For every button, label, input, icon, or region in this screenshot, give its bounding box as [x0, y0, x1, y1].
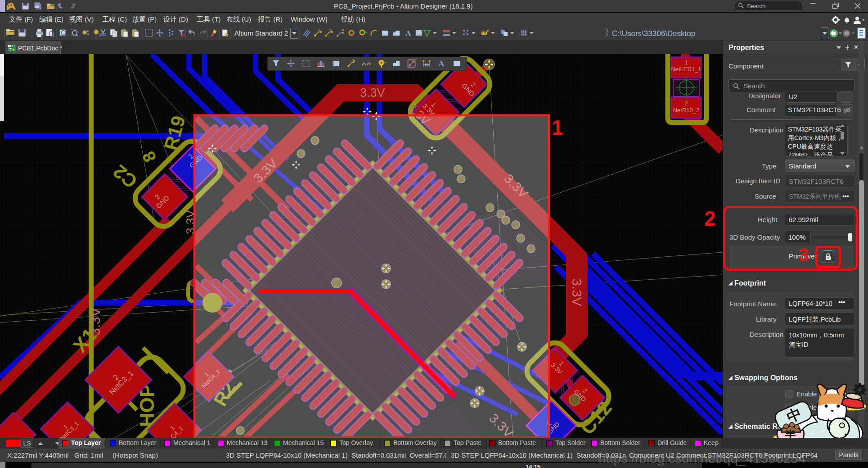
svg-text:A: A: [439, 59, 445, 68]
svg-text:2: 2: [684, 100, 688, 107]
svg-text:NetLED1_1: NetLED1_1: [671, 66, 701, 73]
svg-text:,: ,: [844, 427, 847, 437]
svg-text:1: 1: [684, 59, 688, 66]
svg-text:Altium Standard 2: Altium Standard 2: [234, 29, 288, 37]
svg-text:C:\Users\33306\Desktop: C:\Users\33306\Desktop: [612, 29, 695, 38]
svg-text:3.3V: 3.3V: [360, 86, 385, 100]
svg-text:NetR10_2: NetR10_2: [673, 107, 700, 114]
svg-text:3.3V: 3.3V: [570, 278, 585, 306]
svg-text:10: 10: [425, 63, 429, 67]
svg-text:3.3V: 3.3V: [88, 308, 103, 336]
svg-text:A: A: [405, 29, 411, 38]
